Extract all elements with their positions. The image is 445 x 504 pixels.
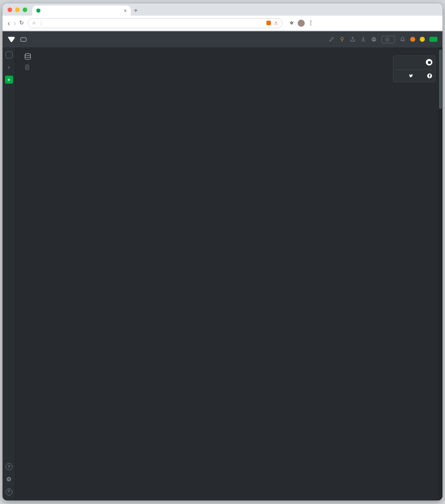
not-secure-icon: ⚠ bbox=[32, 21, 36, 25]
news-bulb-icon[interactable] bbox=[339, 36, 345, 42]
browser-menu-icon[interactable]: ⋮ bbox=[308, 20, 314, 26]
netdata-app: › + ? ⚙ bbox=[3, 31, 442, 500]
address-bar[interactable]: ⚠ ⚠ bbox=[28, 18, 283, 28]
reload-button[interactable]: ↻ bbox=[19, 20, 24, 26]
netdata-logo-icon[interactable] bbox=[8, 35, 16, 43]
browser-window: × + ‹ › ↻ ⚠ ⚠ ❖ ⋮ bbox=[3, 4, 442, 500]
address-divider bbox=[41, 21, 41, 26]
new-tab-button[interactable]: + bbox=[131, 5, 141, 15]
print-icon[interactable] bbox=[371, 36, 377, 42]
app-body: › + ? ⚙ bbox=[3, 47, 442, 500]
github-star-box bbox=[393, 55, 435, 82]
disk-icon bbox=[24, 52, 32, 60]
section-description bbox=[24, 64, 380, 71]
site-error-icon[interactable]: ⚠ bbox=[273, 21, 277, 26]
main-content bbox=[16, 47, 392, 500]
browser-profile-avatar[interactable] bbox=[298, 20, 305, 27]
traffic-lights bbox=[6, 4, 32, 16]
profile-icon[interactable] bbox=[6, 488, 13, 495]
alarm-badge-warning[interactable] bbox=[420, 37, 425, 42]
app-header bbox=[3, 31, 442, 47]
expand-rail-icon[interactable]: › bbox=[8, 64, 10, 70]
node-selector[interactable] bbox=[20, 37, 29, 42]
right-nav bbox=[392, 47, 438, 500]
left-rail: › + ? ⚙ bbox=[3, 47, 16, 500]
scrollbar-thumb[interactable] bbox=[439, 49, 442, 109]
iostat-badge bbox=[25, 65, 29, 70]
export-icon[interactable] bbox=[350, 36, 356, 42]
download-snapshot-icon[interactable] bbox=[360, 36, 366, 42]
window-zoom-button[interactable] bbox=[23, 8, 27, 12]
browser-tab[interactable]: × bbox=[32, 6, 131, 16]
browser-toolbar: ‹ › ↻ ⚠ ⚠ ❖ ⋮ bbox=[3, 16, 442, 31]
alarm-badge-critical[interactable] bbox=[410, 37, 415, 42]
page-scrollbar[interactable] bbox=[438, 47, 442, 500]
edit-mode-icon[interactable] bbox=[328, 36, 335, 42]
node-icon bbox=[20, 37, 27, 42]
spaces-icon[interactable] bbox=[6, 51, 13, 58]
help-icon[interactable]: ? bbox=[6, 463, 13, 470]
time-picker[interactable] bbox=[381, 36, 395, 43]
forward-button[interactable]: › bbox=[14, 20, 16, 27]
site-warning-icon[interactable] bbox=[266, 21, 271, 25]
github-icon[interactable] bbox=[426, 59, 432, 66]
clock-icon bbox=[385, 37, 390, 42]
tab-strip: × + bbox=[3, 4, 442, 16]
tab-favicon-icon bbox=[36, 9, 40, 13]
signup-cloud-button[interactable] bbox=[429, 37, 437, 42]
window-close-button[interactable] bbox=[8, 8, 12, 12]
twitter-icon[interactable] bbox=[409, 73, 414, 79]
alarms-bell-icon[interactable] bbox=[400, 36, 406, 42]
settings-gear-icon[interactable]: ⚙ bbox=[6, 476, 13, 483]
back-button[interactable]: ‹ bbox=[8, 20, 10, 27]
window-minimize-button[interactable] bbox=[15, 8, 20, 12]
add-space-button[interactable]: + bbox=[5, 76, 13, 84]
person-icon bbox=[7, 489, 11, 493]
facebook-icon[interactable] bbox=[427, 73, 432, 79]
page-title bbox=[24, 52, 388, 60]
tab-close-icon[interactable]: × bbox=[124, 8, 127, 14]
extensions-puzzle-icon[interactable]: ❖ bbox=[290, 20, 294, 26]
